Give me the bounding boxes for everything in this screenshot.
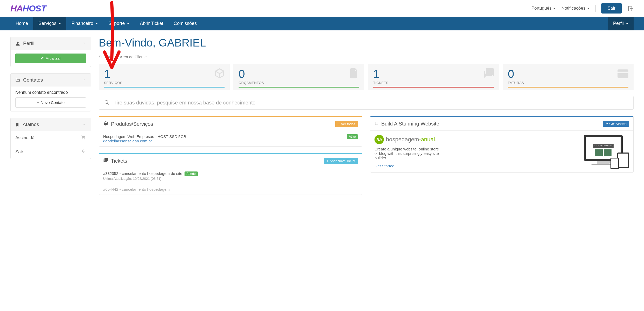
- stat-invoices-label: FATURAS: [508, 81, 628, 85]
- stat-tickets-label: TICKETS: [373, 81, 494, 85]
- promo-get-started-button[interactable]: Get Started: [603, 121, 629, 127]
- arrow-left-icon: [81, 149, 86, 155]
- new-contact-button[interactable]: + Novo Contato: [15, 97, 86, 108]
- products-title: Produtos/Serviços: [111, 121, 153, 127]
- plus-icon: +: [326, 159, 328, 163]
- nav-services-label: Serviços: [38, 21, 56, 26]
- product-domain[interactable]: gabrielhassanzeidan.com.br: [103, 139, 186, 143]
- comments-icon: [103, 158, 108, 164]
- comments-icon: [483, 67, 495, 80]
- caret-down-icon: [587, 8, 590, 9]
- notifications-label: Notificações: [561, 6, 586, 11]
- nav-financial[interactable]: Financeiro: [66, 17, 103, 30]
- nav-financial-label: Financeiro: [71, 21, 93, 26]
- stat-bar: [373, 87, 494, 88]
- ticket-item[interactable]: #332352 - cancelamento hospedagem de sit…: [99, 168, 362, 184]
- user-icon: [15, 41, 20, 46]
- stat-tickets-value: 1: [373, 68, 494, 80]
- caret-down-icon: [553, 8, 556, 9]
- nav-services[interactable]: Serviços: [33, 17, 66, 30]
- stat-quotes[interactable]: 0 ORÇAMENTOS: [233, 64, 364, 90]
- plus-icon: +: [37, 100, 39, 105]
- view-all-products-button[interactable]: + Ver todos: [335, 121, 358, 127]
- notifications-dropdown[interactable]: Notificações: [561, 6, 590, 11]
- arrow-right-icon: [605, 122, 608, 126]
- stat-services[interactable]: 1 SERVIÇOS: [99, 64, 230, 90]
- breadcrumb-client-area: Área do Cliente: [120, 55, 147, 59]
- sidebar-contacts-header[interactable]: Contatos: [11, 74, 91, 87]
- shortcut-subscribe-label: Assine Já: [15, 135, 35, 141]
- shortcut-logout[interactable]: Sair: [11, 145, 91, 159]
- shortcut-subscribe[interactable]: Assine Já: [11, 131, 91, 145]
- caret-down-icon: [58, 23, 61, 24]
- stat-bar: [508, 87, 628, 88]
- sidebar-profile-panel: Perfil Atualizar: [10, 37, 91, 67]
- caret-down-icon: [95, 23, 98, 24]
- file-icon: [348, 67, 360, 80]
- search-bar: [99, 96, 634, 110]
- stat-invoices-value: 0: [508, 68, 628, 80]
- stat-services-value: 1: [104, 68, 225, 80]
- promo-get-started-link[interactable]: Get Started: [374, 164, 572, 168]
- cube-icon: [103, 121, 108, 127]
- breadcrumb: Suporte / Área do Cliente: [99, 52, 634, 64]
- search-icon: [104, 100, 109, 106]
- promo-logo-text-a: hospedagem: [386, 136, 419, 143]
- product-item[interactable]: Hospedagem Web Empresas - HOST SSD 5GB g…: [99, 131, 362, 146]
- sidebar-profile-title: Perfil: [23, 41, 34, 46]
- update-profile-button[interactable]: Atualizar: [15, 54, 86, 63]
- stat-invoices[interactable]: 0 FATURAS: [503, 64, 634, 90]
- folder-icon: [15, 77, 20, 83]
- logout-button[interactable]: Sair: [601, 3, 622, 14]
- pencil-icon: [41, 56, 44, 61]
- language-dropdown[interactable]: Português: [531, 6, 556, 11]
- logout-icon[interactable]: [627, 5, 634, 12]
- stat-tickets[interactable]: 1 TICKETS: [368, 64, 499, 90]
- product-status-badge: Ativo: [347, 134, 358, 139]
- chevron-up-icon: [82, 122, 86, 127]
- sidebar-shortcuts-panel: Atalhos Assine Já Sair: [10, 118, 91, 159]
- chevron-up-icon: [82, 77, 86, 83]
- product-name: Hospedagem Web Empresas - HOST SSD 5GB: [103, 134, 186, 139]
- ticket-title: #654442 - cancelamento hospedagem: [103, 187, 170, 191]
- promo-description: Create a unique website, online store or…: [374, 147, 442, 160]
- nav-commissions[interactable]: Comissões: [168, 17, 202, 30]
- ticket-item[interactable]: #654442 - cancelamento hospedagem: [99, 184, 362, 195]
- view-all-label: Ver todos: [341, 122, 355, 126]
- sidebar-contacts-panel: Contatos Nenhum contato encontrado + Nov…: [10, 73, 91, 111]
- stat-bar: [239, 87, 359, 88]
- language-label: Português: [531, 6, 552, 11]
- sidebar-profile-header[interactable]: Perfil: [11, 37, 91, 50]
- contacts-empty-text: Nenhum contato encontrado: [15, 90, 86, 95]
- nav-open-ticket[interactable]: Abrir Ticket: [135, 17, 168, 30]
- nav-support[interactable]: Suporte: [103, 17, 135, 30]
- caret-down-icon: [626, 23, 628, 24]
- sidebar-shortcuts-header[interactable]: Atalhos: [11, 118, 91, 131]
- stat-quotes-value: 0: [239, 68, 359, 80]
- nav-profile[interactable]: Perfil: [608, 17, 634, 30]
- sidebar-shortcuts-title: Atalhos: [23, 122, 39, 127]
- chevron-down-icon: [82, 41, 86, 46]
- breadcrumb-support[interactable]: Suporte: [99, 55, 113, 59]
- credit-card-icon: [616, 67, 629, 81]
- square-icon: [374, 121, 379, 127]
- page-title: Bem-Vindo, GABRIEL: [99, 37, 634, 49]
- stat-bar: [104, 87, 225, 88]
- cube-icon: [214, 67, 226, 80]
- nav-profile-label: Perfil: [613, 21, 624, 26]
- nav-home[interactable]: Home: [10, 17, 33, 30]
- stat-services-label: SERVIÇOS: [104, 81, 225, 85]
- promo-logo-text-b: -anual: [419, 136, 435, 143]
- open-new-ticket-button[interactable]: + Abrir Novo Ticket: [324, 158, 358, 164]
- logo[interactable]: HAHOST: [10, 3, 46, 14]
- shortcut-logout-label: Sair: [15, 149, 23, 155]
- breadcrumb-separator: /: [116, 55, 117, 59]
- new-contact-label: Novo Contato: [41, 100, 65, 105]
- divider: [595, 5, 596, 12]
- open-new-ticket-label: Abrir Novo Ticket: [330, 159, 355, 163]
- promo-title: Build A Stunning Website: [381, 121, 439, 127]
- search-input[interactable]: [114, 100, 628, 106]
- promo-logo: ha hospedagem-anual.: [374, 135, 572, 144]
- bookmark-icon: [15, 122, 19, 127]
- ticket-meta: Última Atualização: 10/08/2021 (08:51): [103, 177, 358, 181]
